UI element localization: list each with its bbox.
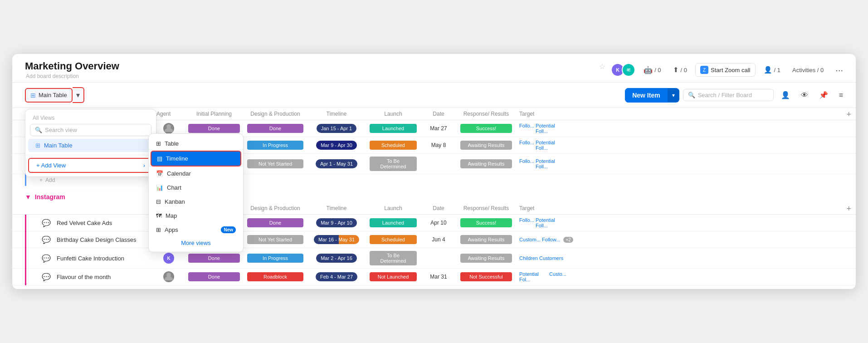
timeline-badge: Mar 9 - Apr 10 — [316, 218, 357, 227]
row-response: Not Successful — [457, 270, 516, 284]
instagram-col-headers-container: Agent Initial Planning Design & Producti… — [12, 202, 856, 215]
pin-icon[interactable]: 📌 — [815, 88, 832, 102]
dropdown-main-table[interactable]: ⊞ Main Table — [28, 139, 153, 152]
add-column-button[interactable]: + — [846, 109, 851, 119]
more-button[interactable]: ··· — [832, 63, 847, 77]
chat-icon-cell[interactable]: 💬 — [39, 216, 53, 230]
view-type-table[interactable]: ⊞ Table — [149, 137, 243, 151]
row-response: Success! — [457, 121, 516, 136]
row-agent: K — [153, 250, 185, 266]
activities-count[interactable]: Activities / 0 — [789, 65, 827, 75]
col-date-header: Date — [420, 108, 457, 120]
search-view-input[interactable]: 🔍 Search view — [30, 124, 151, 136]
avatar-group[interactable]: K IE — [611, 63, 635, 77]
timeline-badge: Mar 9 - Apr 30 — [316, 141, 357, 150]
status-badge: Success! — [460, 124, 512, 133]
search-view-icon: 🔍 — [35, 127, 42, 133]
row-name[interactable]: Funfetti Cake Introduction — [53, 252, 153, 265]
robot-count[interactable]: 🤖 / 0 — [640, 64, 664, 76]
view-type-calendar[interactable]: 📅 Calendar — [149, 167, 243, 181]
table-view-icon: ⊞ — [35, 142, 40, 149]
status-badge: Launched — [370, 124, 417, 133]
board-description[interactable]: Add board description — [25, 73, 605, 79]
new-item-button[interactable]: New Item ▾ — [625, 88, 679, 103]
row-date — [420, 161, 457, 167]
person-filter-icon[interactable]: 👤 — [777, 88, 794, 102]
eye-icon[interactable]: 👁 — [797, 89, 812, 102]
main-table-tab[interactable]: ⊞ Main Table — [25, 88, 73, 103]
apps-type-icon: ⊞ — [156, 226, 161, 233]
col-date-header: Date — [420, 202, 457, 214]
row-launch: Scheduled — [366, 138, 420, 152]
table-type-icon: ⊞ — [156, 140, 161, 147]
view-type-chart[interactable]: 📊 Chart — [149, 181, 243, 195]
avatar-ie[interactable]: IE — [622, 63, 635, 77]
more-views-link[interactable]: More views — [149, 237, 243, 249]
row-date: May 8 — [420, 139, 457, 151]
person-count[interactable]: 👤 / 1 — [760, 64, 784, 76]
view-type-timeline[interactable]: ▤ Timeline — [151, 151, 241, 167]
timeline-badge: Mar 16 - May 31 — [314, 235, 359, 244]
row-agent — [153, 269, 185, 285]
add-column-button-2[interactable]: + — [846, 204, 851, 213]
view-dropdown-button[interactable]: ▾ — [73, 87, 84, 103]
col-timeline-header: Timeline — [307, 108, 366, 120]
zoom-call-button[interactable]: Z Start Zoom call — [695, 63, 755, 77]
row-target: Follo...Potential Foll... — [516, 137, 570, 153]
row-launch: Not Launched — [366, 270, 420, 284]
star-icon[interactable]: ☆ — [599, 62, 605, 71]
view-type-apps[interactable]: ⊞ Apps New — [149, 223, 243, 237]
views-dropdown-panel: All Views 🔍 Search view ⊞ Main Table + A… — [25, 109, 156, 177]
zoom-icon: Z — [700, 66, 708, 74]
kanban-type-icon: ⊟ — [156, 198, 161, 205]
status-badge: To Be Determined — [370, 157, 417, 171]
filter-icon[interactable]: ≡ — [835, 89, 847, 102]
chat-icon-cell[interactable]: 💬 — [39, 233, 53, 247]
col-response-header: Response/ Results — [457, 108, 516, 120]
row-launch: To Be Determined — [366, 248, 420, 268]
row-name[interactable]: Flavour of the month — [53, 271, 153, 283]
row-target: Follo...Potential Foll... — [516, 215, 570, 231]
map-type-icon: 🗺 — [156, 212, 162, 219]
chat-icon-cell[interactable]: 💬 — [39, 270, 53, 284]
row-timeline: Jan 15 - Apr 1 — [307, 121, 366, 136]
row-target: Potential Fol... Custo... — [516, 269, 570, 285]
row-timeline: Mar 9 - Apr 10 — [307, 216, 366, 230]
view-type-map[interactable]: 🗺 Map — [149, 209, 243, 223]
chat-icon: 💬 — [42, 235, 51, 244]
add-view-button[interactable]: + Add View › — [28, 158, 153, 173]
add-icon: + — [39, 177, 43, 183]
header-actions: K IE 🤖 / 0 ⬆ / 0 Z Start Zoom call 👤 / 1 — [611, 63, 847, 77]
chevron-right-icon: › — [143, 162, 145, 169]
row-name[interactable]: Birthday Cake Design Classes — [53, 234, 153, 246]
col-design-header: Design & Production — [244, 202, 307, 214]
status-badge: Success! — [460, 218, 512, 227]
row-response: Awaiting Results — [457, 138, 516, 152]
row-design: Not Yet Started — [244, 232, 307, 247]
new-item-dropdown[interactable]: ▾ — [668, 88, 679, 102]
instagram-group-label: Instagram — [35, 193, 65, 201]
row-target: Follo...Potential Foll... — [516, 156, 570, 172]
chat-icon-cell[interactable]: 💬 — [39, 251, 53, 265]
new-item-main[interactable]: New Item — [625, 88, 667, 103]
col-name-header — [53, 206, 153, 211]
instagram-left-bar — [25, 203, 26, 285]
download-count[interactable]: ⬆ / 0 — [669, 64, 691, 76]
status-badge: Launched — [370, 218, 417, 227]
status-badge: Awaiting Results — [460, 141, 512, 150]
col-target-header: Target — [516, 108, 570, 120]
row-timeline: Mar 9 - Apr 30 — [307, 138, 366, 152]
chat-icon: 💬 — [42, 273, 51, 281]
search-filter-board[interactable]: 🔍 Search / Filter Board — [683, 89, 774, 101]
status-badge: Scheduled — [370, 141, 417, 150]
status-badge: Not Launched — [370, 272, 417, 281]
row-design: Done — [244, 121, 307, 136]
col-timeline-header: Timeline — [307, 202, 366, 214]
row-design: Not Yet Started — [244, 157, 307, 171]
view-type-kanban[interactable]: ⊟ Kanban — [149, 195, 243, 209]
status-badge: Roadblock — [247, 272, 303, 281]
status-badge: Not Yet Started — [247, 159, 303, 168]
row-name[interactable]: Red Velvet Cake Ads — [53, 217, 153, 229]
chart-type-icon: 📊 — [156, 184, 163, 191]
group-collapse-arrow[interactable]: ▼ — [25, 193, 31, 201]
